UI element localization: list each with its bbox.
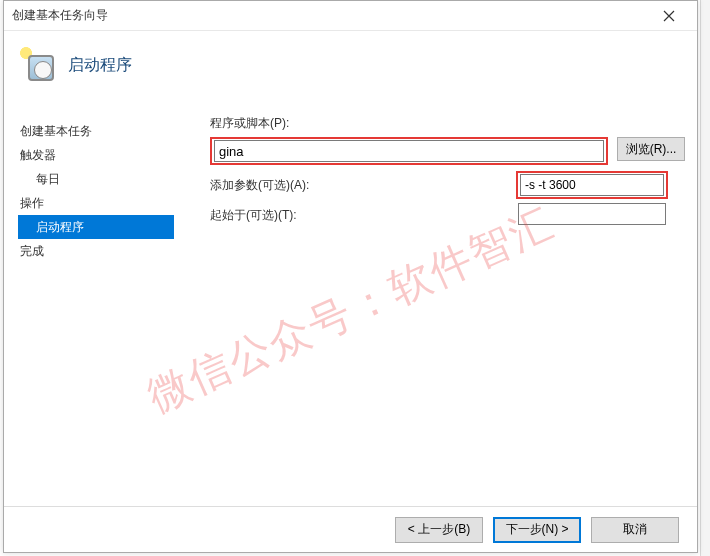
program-label: 程序或脚本(P): (210, 115, 350, 132)
back-button[interactable]: < 上一步(B) (395, 517, 483, 543)
wizard-footer: < 上一步(B) 下一步(N) > 取消 (4, 506, 697, 552)
startin-label: 起始于(可选)(T): (210, 207, 350, 224)
titlebar: 创建基本任务向导 (4, 1, 697, 31)
program-input-highlight (210, 137, 608, 165)
sidebar-item-start-program[interactable]: 启动程序 (18, 215, 174, 239)
args-input[interactable] (520, 174, 664, 196)
wizard-content: 程序或脚本(P): 浏览(R)... 添加参数(可选)(A): 起始于(可选)(… (174, 99, 697, 504)
next-button[interactable]: 下一步(N) > (493, 517, 581, 543)
startin-wrap (518, 203, 666, 227)
sidebar-item-daily[interactable]: 每日 (18, 167, 174, 191)
wizard-dialog: 创建基本任务向导 启动程序 创建基本任务 触发器 每日 操作 启动程序 完成 程… (3, 0, 698, 553)
window-title: 创建基本任务向导 (12, 7, 649, 24)
wizard-body: 创建基本任务 触发器 每日 操作 启动程序 完成 程序或脚本(P): 浏览(R)… (4, 99, 697, 504)
page-title: 启动程序 (68, 55, 132, 76)
wizard-header: 启动程序 (4, 31, 697, 99)
sidebar-item-finish[interactable]: 完成 (18, 239, 174, 263)
args-label: 添加参数(可选)(A): (210, 177, 350, 194)
program-input[interactable] (214, 140, 604, 162)
close-icon[interactable] (649, 2, 689, 30)
sidebar-item-action[interactable]: 操作 (18, 191, 174, 215)
browse-button[interactable]: 浏览(R)... (617, 137, 685, 161)
sidebar-item-trigger[interactable]: 触发器 (18, 143, 174, 167)
wizard-icon (22, 49, 54, 81)
startin-input[interactable] (518, 203, 666, 225)
cancel-button[interactable]: 取消 (591, 517, 679, 543)
sidebar-item-create-task[interactable]: 创建基本任务 (18, 119, 174, 143)
wizard-sidebar: 创建基本任务 触发器 每日 操作 启动程序 完成 (4, 99, 174, 504)
app-right-strip (700, 0, 710, 556)
args-input-highlight (516, 171, 668, 199)
